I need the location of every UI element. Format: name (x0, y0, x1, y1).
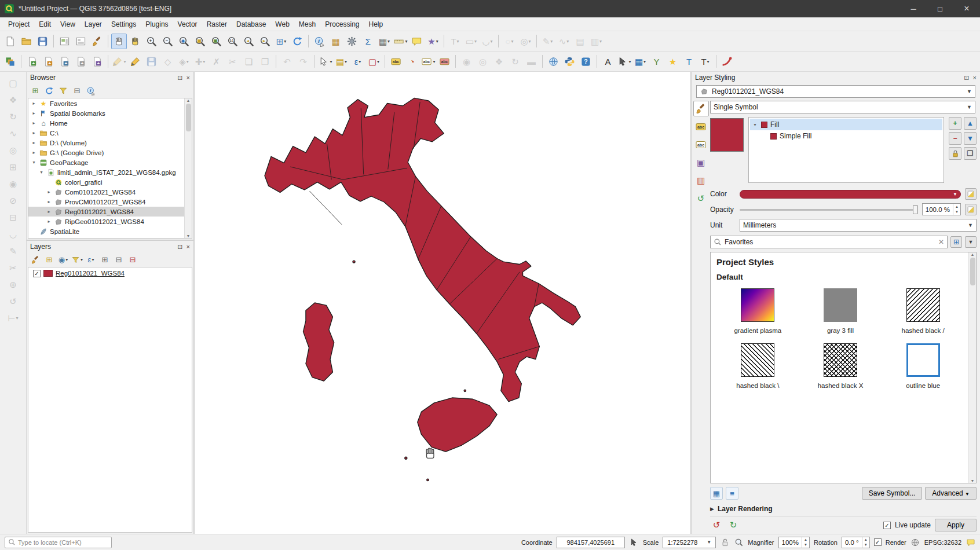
layer-color-swatch[interactable] (43, 270, 53, 277)
move-symbol-layer-up[interactable]: ▲ (964, 117, 977, 130)
pin-labels[interactable]: ◌▾ (502, 34, 517, 49)
style-manager[interactable] (89, 34, 105, 49)
style-hashed-black[interactable]: hashed black / (902, 288, 945, 334)
style-hashed-black-x[interactable]: hashed black X (818, 343, 864, 389)
style-gradient-plasma[interactable]: gradient plasma (734, 288, 781, 334)
styles-scrollbar[interactable]: ▲ ▼ (968, 252, 976, 483)
advanced-button[interactable]: Advanced ▼ (925, 487, 977, 500)
select-features-by-value[interactable]: ▤▾ (334, 54, 349, 69)
change-label[interactable]: ▥▾ (588, 34, 604, 49)
project-open[interactable] (19, 34, 34, 49)
new-bookmark[interactable]: ★▾ (425, 34, 441, 49)
add-polygon-feature[interactable]: ◇ (160, 54, 175, 69)
delete-ring[interactable]: ⊘ (5, 193, 21, 208)
float-panel-icon[interactable]: ⊡ (964, 74, 969, 82)
expander-right-icon[interactable]: ▸ (31, 150, 37, 155)
apply-button[interactable]: Apply (935, 519, 977, 531)
scrollbar-thumb[interactable] (970, 258, 975, 285)
browser-item-home[interactable]: ▸⌂Home (28, 118, 192, 128)
expander-right-icon[interactable]: ▸ (46, 209, 52, 214)
browser-item-ripgeo01012021-wgs84[interactable]: ▸RipGeo01012021_WGS84 (28, 217, 192, 226)
unit-combo[interactable]: Millimeters ▼ (740, 219, 977, 232)
map-tips[interactable] (409, 34, 425, 49)
duplicate-symbol-layer[interactable]: ❐ (964, 147, 977, 160)
open-attribute-table[interactable]: ▦▾ (376, 34, 392, 49)
spin-up-icon[interactable]: ▲ (953, 204, 960, 210)
refresh-map[interactable] (290, 34, 305, 49)
pointer-tool[interactable]: ▾ (616, 54, 632, 69)
undo-style-button[interactable]: ↺ (710, 519, 723, 531)
simplify-feature[interactable]: ∿ (5, 126, 21, 141)
browser-item-limiti-admin-istat-2021-wgs84-gpkg[interactable]: ▾limiti_admin_ISTAT_2021_WGS84.gpkg (28, 167, 192, 177)
scroll-up-icon[interactable]: ▲ (187, 98, 191, 102)
browser-item-provcm01012021-wgs84[interactable]: ▸ProvCM01012021_WGS84 (28, 197, 192, 207)
layer-visibility-checkbox[interactable]: ✓ (33, 270, 41, 277)
run-feature-action[interactable] (344, 34, 360, 49)
identify-features[interactable]: i (312, 34, 327, 49)
float-panel-icon[interactable]: ⊡ (177, 243, 182, 251)
add-group[interactable]: ⊞ (43, 254, 56, 266)
browser-item-d-volume[interactable]: ▸D:\ (Volume) (28, 138, 192, 148)
rotate-point-symbols[interactable]: ↺ (5, 294, 21, 309)
scroll-up-icon[interactable]: ▲ (971, 252, 975, 256)
brush-tool[interactable] (719, 54, 735, 69)
map-canvas[interactable] (195, 72, 692, 534)
crs-globe-icon[interactable] (910, 537, 920, 547)
favorites-tool[interactable]: ★ (665, 54, 681, 69)
opacity-slider[interactable] (740, 204, 918, 215)
browser-item-favorites[interactable]: ▸★Favorites (28, 98, 192, 108)
zoom-last[interactable]: ◂ (241, 34, 257, 49)
expander-down-icon[interactable]: ▾ (752, 122, 758, 127)
zoom-next[interactable]: ▸ (257, 34, 273, 49)
layer-rendering-section[interactable]: ▶ Layer Rendering (710, 502, 977, 516)
help-contents[interactable]: ? (578, 54, 594, 69)
browser-properties[interactable]: i (85, 85, 97, 97)
move-label-diagram[interactable]: ❖ (491, 54, 507, 69)
expander-right-icon[interactable]: ▶ (710, 506, 714, 512)
new-virtual-layer[interactable]: + (89, 54, 105, 69)
style-gray-3-fill[interactable]: gray 3 fill (824, 288, 857, 334)
style-outline-blue[interactable]: outline blue (906, 343, 940, 389)
offset-curve[interactable]: ◡ (5, 226, 21, 242)
add-selected-layers[interactable]: ⊞ (29, 85, 42, 97)
redo-style-button[interactable]: ↻ (727, 519, 740, 531)
font-marker[interactable]: A (600, 54, 616, 69)
minimize-button[interactable]: ─ (900, 0, 927, 17)
zoom-to-selection[interactable]: ▣ (192, 34, 208, 49)
cut-features[interactable]: ✂ (225, 54, 240, 69)
add-symbol-layer[interactable]: + (949, 117, 961, 130)
expand-all[interactable]: ⊞ (98, 254, 111, 266)
menu-edit[interactable]: Edit (34, 19, 56, 30)
menu-web[interactable]: Web (270, 19, 294, 30)
menu-processing[interactable]: Processing (320, 19, 364, 30)
pan-to-selection[interactable] (127, 34, 143, 49)
close-button[interactable]: × (953, 0, 980, 17)
live-update-checkbox[interactable]: ✓ (883, 522, 891, 529)
expander-right-icon[interactable]: ▸ (46, 189, 52, 195)
menu-raster[interactable]: Raster (202, 19, 232, 30)
menu-layer[interactable]: Layer (80, 19, 107, 30)
fill-color-button[interactable]: ▼ (740, 190, 961, 199)
copy-features[interactable]: ❏ (241, 54, 257, 69)
check-geometries[interactable]: ▦▾ (632, 54, 648, 69)
select-tool[interactable]: ▢ (5, 75, 21, 91)
redo[interactable]: ↷ (295, 54, 311, 69)
menu-plugins[interactable]: Plugins (141, 19, 173, 30)
expander-right-icon[interactable]: ▸ (46, 219, 52, 224)
deselect-all[interactable]: ▢▾ (366, 54, 382, 69)
data-defined-override-button[interactable] (965, 188, 977, 200)
add-text[interactable]: T (681, 54, 697, 69)
expander-right-icon[interactable]: ▸ (31, 111, 37, 116)
open-data-source-manager[interactable] (2, 54, 18, 69)
symbol-tree-item-fill[interactable]: ▾Fill (750, 119, 942, 130)
browser-item-colori-grafici[interactable]: colori_grafici (28, 177, 192, 187)
tab-labels[interactable]: abc (693, 119, 709, 134)
crs-value[interactable]: EPSG:32632 (924, 539, 961, 546)
list-view-toggle[interactable]: ≡ (726, 487, 738, 500)
lock-scale-icon[interactable] (720, 537, 730, 547)
collapse-all-layers[interactable]: ⊟ (112, 254, 125, 266)
close-panel-icon[interactable]: × (187, 74, 190, 82)
new-print-layout[interactable] (57, 34, 72, 49)
tab-3d-view[interactable]: ▣ (693, 155, 709, 170)
highlight-pinned-labels[interactable]: ◎▾ (518, 34, 533, 49)
